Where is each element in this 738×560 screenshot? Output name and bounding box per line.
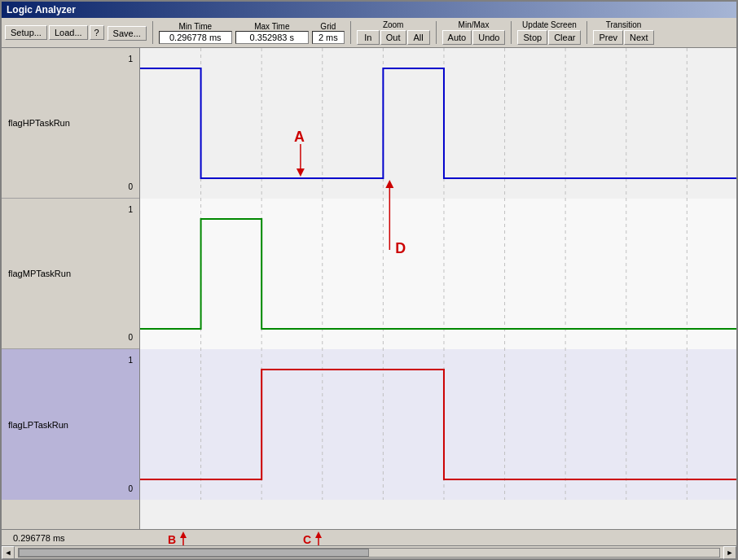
- svg-marker-22: [180, 532, 187, 538]
- annotation-c: C: [303, 533, 311, 545]
- update-label: Update Screen: [522, 20, 577, 29]
- zoom-out-button[interactable]: Out: [380, 30, 406, 45]
- minmax-group: Min/Max Auto Undo: [442, 20, 506, 45]
- scrollbar-area: ◄ ►: [2, 545, 736, 558]
- transition-prev-button[interactable]: Prev: [593, 30, 623, 45]
- signal-scale-bottom-0: 0: [128, 182, 133, 191]
- timeline-time: 0.296778 ms: [13, 533, 65, 543]
- zoom-buttons: In Out All: [357, 30, 430, 45]
- transition-group: Transition Prev Next: [593, 20, 653, 45]
- min-time-value: 0.296778 ms: [159, 31, 232, 44]
- annotation-c-arrow: [313, 532, 324, 545]
- svg-text:A: A: [294, 129, 305, 145]
- signal-labels: flagHPTaskRun 1 0 flagMPTaskRun 1 0 flag…: [2, 48, 140, 529]
- signal-name-2: flagLPTaskRun: [8, 420, 68, 430]
- main-window: Logic Analyzer Setup... Load... ? Save..…: [0, 0, 738, 560]
- scrollbar-track[interactable]: [18, 548, 720, 558]
- max-time-field: Max Time 0.352983 s: [235, 22, 309, 44]
- signal-row-0: flagHPTaskRun 1 0: [2, 48, 139, 199]
- zoom-all-button[interactable]: All: [407, 30, 430, 45]
- minmax-undo-button[interactable]: Undo: [472, 30, 505, 45]
- transition-label: Transition: [606, 20, 642, 29]
- grid-value: 2 ms: [312, 31, 345, 44]
- save-button[interactable]: Save...: [108, 26, 147, 41]
- signal-scale-top-0: 1: [128, 55, 133, 63]
- scroll-right-button[interactable]: ►: [723, 546, 736, 559]
- waveform-area[interactable]: A D: [140, 48, 736, 529]
- grid-label: Grid: [320, 22, 336, 31]
- svg-rect-3: [140, 48, 736, 199]
- annotation-b-group: B: [168, 530, 189, 545]
- window-title: Logic Analyzer: [7, 4, 76, 15]
- file-buttons: Setup... Load... ?: [5, 25, 104, 40]
- update-buttons: Stop Clear: [517, 30, 581, 45]
- svg-rect-5: [140, 349, 736, 500]
- setup-button[interactable]: Setup...: [5, 25, 47, 40]
- svg-marker-24: [315, 532, 322, 538]
- minmax-label: Min/Max: [459, 20, 490, 29]
- zoom-in-button[interactable]: In: [357, 30, 380, 45]
- scrollbar-thumb[interactable]: [19, 549, 369, 557]
- sep4: [511, 21, 512, 44]
- help-button[interactable]: ?: [90, 25, 104, 40]
- zoom-label: Zoom: [383, 20, 404, 29]
- load-button[interactable]: Load...: [49, 25, 88, 40]
- sep1: [152, 21, 153, 44]
- toolbar: Setup... Load... ? Save... Min Time 0.29…: [2, 18, 736, 48]
- signal-scale-top-1: 1: [128, 205, 133, 214]
- waveform-svg: A D: [140, 48, 736, 500]
- annotation-b: B: [168, 533, 176, 545]
- save-group: Save...: [108, 24, 147, 41]
- update-group: Update Screen Stop Clear: [517, 20, 581, 45]
- bottom-area: 0.296778 ms B C ◄: [2, 529, 736, 558]
- minmax-buttons: Auto Undo: [442, 30, 506, 45]
- signal-name-0: flagHPTaskRun: [8, 118, 70, 128]
- annotation-c-group: C: [303, 530, 324, 545]
- sep2: [350, 21, 351, 44]
- min-time-label: Min Time: [179, 22, 213, 31]
- sep3: [436, 21, 437, 44]
- sep5: [586, 21, 587, 44]
- content-area: flagHPTaskRun 1 0 flagMPTaskRun 1 0 flag…: [2, 48, 736, 529]
- signal-row-1: flagMPTaskRun 1 0: [2, 199, 139, 349]
- update-clear-button[interactable]: Clear: [548, 30, 581, 45]
- signal-scale-bottom-2: 0: [128, 484, 133, 493]
- svg-text:D: D: [395, 240, 406, 256]
- annotation-b-arrow: [178, 532, 189, 545]
- svg-rect-4: [140, 199, 736, 349]
- signal-scale-top-2: 1: [128, 356, 133, 365]
- zoom-group: Zoom In Out All: [357, 20, 430, 45]
- minmax-auto-button[interactable]: Auto: [442, 30, 472, 45]
- transition-next-button[interactable]: Next: [624, 30, 654, 45]
- transition-buttons: Prev Next: [593, 30, 653, 45]
- update-stop-button[interactable]: Stop: [517, 30, 547, 45]
- signal-name-1: flagMPTaskRun: [8, 269, 71, 278]
- max-time-value: 0.352983 s: [235, 31, 309, 44]
- signal-scale-bottom-1: 0: [128, 333, 133, 342]
- title-bar: Logic Analyzer: [2, 2, 736, 18]
- timeline-bar: 0.296778 ms B C: [2, 529, 736, 545]
- min-time-field: Min Time 0.296778 ms: [159, 22, 232, 44]
- scroll-left-button[interactable]: ◄: [2, 546, 15, 559]
- grid-field: Grid 2 ms: [312, 22, 345, 44]
- signal-row-2: flagLPTaskRun 1 0: [2, 349, 139, 500]
- max-time-label: Max Time: [254, 22, 289, 31]
